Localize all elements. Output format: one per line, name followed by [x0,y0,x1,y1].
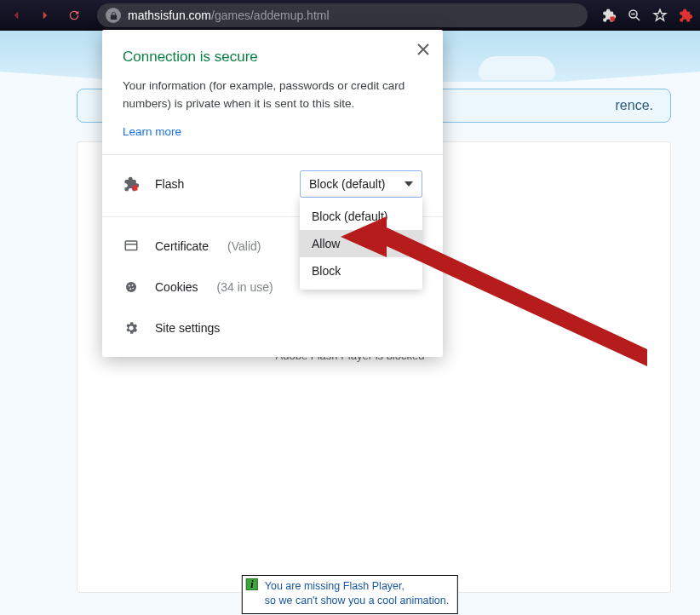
svg-point-7 [126,282,136,292]
svg-point-10 [129,288,131,290]
forward-button[interactable] [34,4,56,26]
lock-icon[interactable] [106,8,121,23]
extension-puzzle-icon[interactable] [676,6,695,25]
option-allow[interactable]: Allow [300,230,422,257]
browser-toolbar: mathsisfun.com/games/addemup.html [0,0,700,31]
select-current-value: Block (default) [309,177,385,191]
close-button[interactable] [410,37,436,62]
site-info-popup: Connection is secure Your information (f… [102,30,443,357]
svg-rect-5 [125,241,137,250]
flash-banner-line1: You are missing Flash Player, [265,580,405,592]
zoom-icon[interactable] [625,6,644,25]
url-text: mathsisfun.com/games/addemup.html [128,9,330,22]
site-settings-label: Site settings [155,321,220,335]
flash-permission-select[interactable]: Block (default) [300,170,422,198]
flash-banner-line2: so we can't show you a cool animation. [265,595,449,606]
option-block-default[interactable]: Block (default) [300,203,422,230]
svg-rect-0 [611,17,615,21]
certificate-status: (Valid) [227,239,261,253]
cookie-icon [123,279,140,296]
cookies-status: (34 in use) [217,280,273,294]
option-block[interactable]: Block [300,257,422,285]
flash-permission-dropdown: Block (default) Allow Block [300,198,422,290]
flash-plugin-icon [123,175,140,193]
popup-description: Your information (for example, passwords… [123,78,422,113]
flash-label: Flash [155,177,284,191]
svg-point-11 [132,288,134,290]
bookmark-star-icon[interactable] [651,6,669,25]
gear-icon [123,319,140,336]
svg-line-2 [636,17,640,20]
cookies-label: Cookies [155,280,198,294]
popup-title: Connection is secure [123,49,422,66]
missing-flash-banner: i You are missing Flash Player, so we ca… [242,575,458,614]
flash-permission-row: Flash Block (default) Block (default) Al… [102,155,443,217]
extensions-icon[interactable] [600,6,618,25]
cloud-graphic [479,56,555,80]
chevron-down-icon [405,181,413,187]
announcement-text-fragment: rence. [616,98,653,113]
site-settings-row[interactable]: Site settings [102,308,443,348]
svg-rect-4 [133,186,138,191]
certificate-icon [123,238,140,255]
svg-point-9 [132,285,134,286]
learn-more-link[interactable]: Learn more [123,125,181,138]
address-bar[interactable]: mathsisfun.com/games/addemup.html [97,3,588,27]
svg-point-8 [129,285,130,286]
certificate-label: Certificate [155,239,209,253]
reload-button[interactable] [63,4,85,26]
back-button[interactable] [5,4,27,26]
info-icon: i [246,578,258,590]
